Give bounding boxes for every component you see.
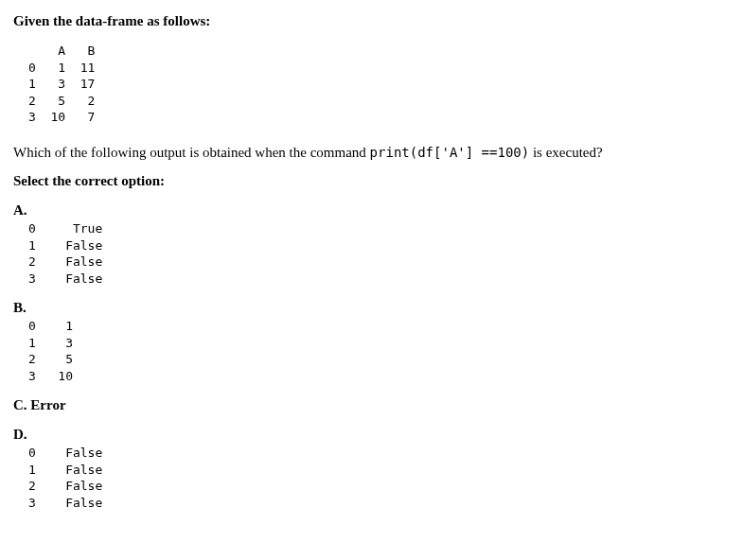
- option-c-text: Error: [30, 397, 65, 412]
- select-label: Select the correct option:: [13, 173, 730, 189]
- question-text: Which of the following output is obtaine…: [13, 143, 730, 162]
- option-c-label: C. Error: [13, 397, 730, 413]
- dataframe-display: A B 0 1 11 1 3 17 2 5 2 3 10 7: [28, 43, 730, 126]
- question-code: print(df['A'] ==100): [370, 145, 530, 160]
- question-post: is executed?: [529, 145, 602, 160]
- option-b-output: 0 1 1 3 2 5 3 10: [28, 318, 730, 384]
- option-a-label: A.: [13, 202, 730, 219]
- option-d-output: 0 False 1 False 2 False 3 False: [28, 445, 730, 511]
- option-d-label: D.: [13, 427, 730, 443]
- intro-heading: Given the data-frame as follows:: [13, 13, 730, 29]
- option-b-label: B.: [13, 300, 730, 316]
- option-c-letter: C.: [13, 397, 27, 412]
- question-pre: Which of the following output is obtaine…: [13, 145, 370, 160]
- option-a-output: 0 True 1 False 2 False 3 False: [28, 220, 730, 287]
